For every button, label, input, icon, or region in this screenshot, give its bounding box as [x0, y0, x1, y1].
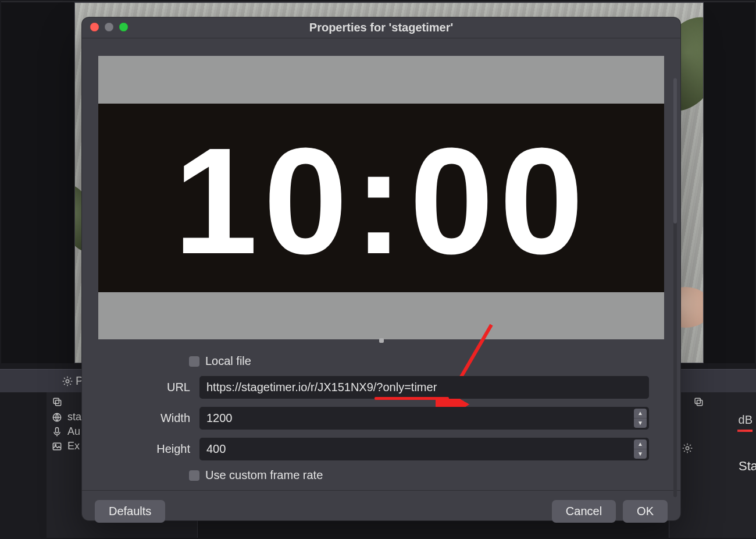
- mic-icon: [51, 426, 63, 438]
- annotation-underline: [375, 397, 449, 400]
- height-row: Height ▲ ▼: [92, 438, 670, 460]
- source-label: Ex: [67, 440, 80, 452]
- svg-point-0: [66, 380, 69, 382]
- zoom-icon[interactable]: [119, 23, 128, 31]
- framerate-row: Use custom frame rate: [92, 469, 670, 482]
- url-row: URL: [92, 376, 670, 399]
- button-truncated[interactable]: Sta: [739, 459, 756, 474]
- svg-rect-7: [695, 398, 700, 403]
- localfile-row: Local file: [92, 354, 670, 368]
- svg-rect-1: [54, 398, 59, 403]
- duplicate-icon[interactable]: [51, 396, 63, 410]
- source-label: Au: [67, 425, 80, 438]
- dialog-body: 10:00: [82, 38, 680, 490]
- width-label: Width: [92, 412, 199, 425]
- svg-rect-8: [697, 400, 702, 406]
- svg-point-6: [55, 444, 56, 445]
- timer-display: 10:00: [98, 104, 664, 292]
- width-row: Width ▲ ▼: [92, 407, 670, 430]
- url-input[interactable]: [199, 376, 649, 399]
- chevron-down-icon[interactable]: ▼: [634, 449, 647, 459]
- height-label: Height: [92, 442, 199, 456]
- timer-text: 10:00: [173, 122, 589, 274]
- host-window: P sta Au Ex: [0, 0, 756, 539]
- localfile-label: Local file: [199, 354, 251, 368]
- chevron-down-icon[interactable]: ▼: [634, 419, 647, 428]
- width-input[interactable]: [199, 407, 649, 430]
- image-icon: [51, 441, 63, 452]
- chevron-up-icon[interactable]: ▲: [634, 439, 647, 449]
- scrollbar-track[interactable]: [673, 78, 677, 497]
- height-stepper[interactable]: ▲ ▼: [634, 439, 647, 459]
- height-input[interactable]: [199, 438, 649, 460]
- chevron-up-icon[interactable]: ▲: [634, 409, 647, 419]
- gear-icon[interactable]: [62, 375, 73, 390]
- resize-handle-icon[interactable]: [379, 338, 384, 343]
- traffic-lights: [90, 23, 128, 31]
- framerate-checkbox[interactable]: [189, 470, 199, 481]
- dialog-title: Properties for 'stagetimer': [309, 21, 453, 34]
- minimize-icon[interactable]: [105, 23, 113, 31]
- ok-button[interactable]: OK: [623, 500, 668, 523]
- preview-matte-right: [704, 2, 755, 363]
- svg-rect-5: [53, 443, 60, 450]
- framerate-label: Use custom frame rate: [199, 469, 323, 482]
- cancel-button[interactable]: Cancel: [552, 500, 616, 523]
- duplicate-icon[interactable]: [693, 396, 704, 410]
- globe-icon: [51, 412, 63, 423]
- svg-rect-4: [56, 427, 59, 432]
- defaults-button[interactable]: Defaults: [95, 500, 165, 523]
- preview-matte-left: [1, 2, 74, 363]
- url-label: URL: [92, 381, 199, 394]
- db-label: dB: [739, 413, 753, 427]
- svg-point-9: [686, 446, 689, 449]
- width-stepper[interactable]: ▲ ▼: [634, 409, 647, 428]
- mixer-panel: dB Sta: [669, 392, 756, 538]
- properties-form: Local file URL Width ▲: [92, 354, 670, 482]
- properties-dialog: Properties for 'stagetimer' 10:00: [82, 17, 680, 520]
- source-label: sta: [67, 411, 81, 423]
- source-preview: 10:00: [98, 56, 664, 339]
- svg-rect-2: [56, 400, 61, 406]
- dialog-footer: Defaults Cancel OK: [82, 490, 680, 532]
- peak-indicator: [737, 430, 753, 432]
- localfile-checkbox[interactable]: [189, 356, 199, 367]
- close-icon[interactable]: [90, 23, 99, 31]
- gear-icon[interactable]: [682, 442, 693, 457]
- dialog-titlebar[interactable]: Properties for 'stagetimer': [82, 17, 680, 38]
- scrollbar-thumb[interactable]: [673, 78, 677, 224]
